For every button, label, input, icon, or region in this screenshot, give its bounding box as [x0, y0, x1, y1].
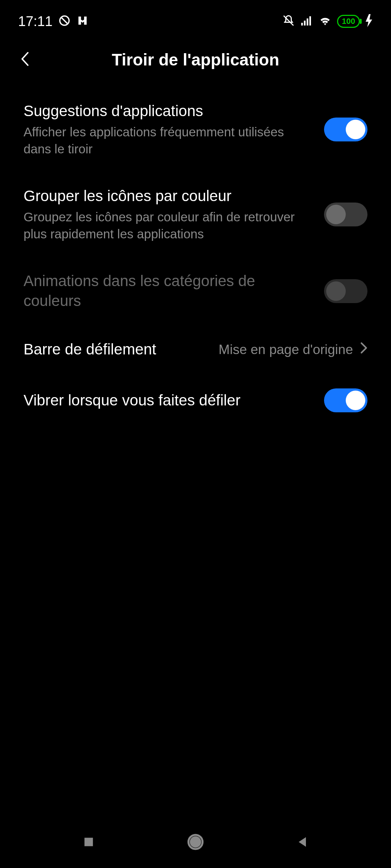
setting-title: Barre de défilement: [24, 340, 208, 359]
svg-rect-4: [304, 21, 306, 26]
svg-rect-3: [301, 23, 303, 26]
svg-line-1: [62, 18, 68, 24]
nav-back-icon[interactable]: [295, 835, 310, 851]
nav-recent-icon[interactable]: [81, 835, 96, 851]
setting-animations: Animations dans les catégories de couleu…: [24, 257, 367, 325]
setting-title: Grouper les icônes par couleur: [24, 186, 313, 206]
settings-list: Suggestions d'applications Afficher les …: [0, 87, 391, 427]
setting-subtitle: Afficher les applications fréquemment ut…: [24, 123, 313, 158]
status-left: 17:11: [18, 14, 89, 29]
setting-text: Suggestions d'applications Afficher les …: [24, 101, 313, 157]
setting-text: Grouper les icônes par couleur Groupez l…: [24, 186, 313, 242]
setting-group-by-color[interactable]: Grouper les icônes par couleur Groupez l…: [24, 172, 367, 257]
svg-line-2: [284, 16, 294, 26]
app-icon: [76, 14, 89, 28]
signal-icon: [300, 14, 313, 29]
status-bar: 17:11 100: [0, 0, 391, 33]
setting-suggestions[interactable]: Suggestions d'applications Afficher les …: [24, 87, 367, 172]
toggle-knob: [346, 391, 365, 410]
setting-text: Barre de défilement: [24, 340, 208, 359]
toggle-animations: [324, 279, 367, 303]
setting-vibrate[interactable]: Vibrer lorsque vous faites défiler: [24, 374, 367, 427]
status-time: 17:11: [18, 14, 52, 29]
charging-icon: [365, 14, 373, 29]
setting-scrollbar[interactable]: Barre de défilement Mise en page d'origi…: [24, 325, 367, 374]
setting-value: Mise en page d'origine: [219, 342, 353, 357]
toggle-knob: [346, 120, 365, 139]
battery-indicator: 100: [337, 15, 360, 28]
page-title: Tiroir de l'application: [16, 50, 375, 69]
setting-title: Vibrer lorsque vous faites défiler: [24, 391, 313, 410]
toggle-group-by-color[interactable]: [324, 203, 367, 226]
toggle-vibrate[interactable]: [324, 388, 367, 412]
chevron-right-icon: [360, 342, 367, 357]
battery-level: 100: [342, 17, 355, 26]
setting-text: Vibrer lorsque vous faites défiler: [24, 391, 313, 410]
status-right: 100: [282, 14, 373, 29]
wifi-icon: [318, 14, 332, 29]
sync-icon: [58, 14, 71, 28]
mute-icon: [282, 14, 295, 29]
toggle-knob: [326, 281, 346, 301]
svg-rect-7: [84, 838, 93, 846]
setting-text: Animations dans les catégories de couleu…: [24, 271, 313, 311]
svg-rect-6: [310, 16, 311, 26]
toggle-knob: [326, 205, 346, 224]
setting-title: Animations dans les catégories de couleu…: [24, 271, 313, 311]
nav-home-icon[interactable]: [186, 833, 205, 853]
nav-bar: [0, 817, 391, 868]
setting-subtitle: Groupez les icônes par couleur afin de r…: [24, 208, 313, 243]
header: Tiroir de l'application: [0, 33, 391, 87]
setting-title: Suggestions d'applications: [24, 101, 313, 121]
back-icon[interactable]: [20, 51, 30, 68]
svg-point-9: [191, 837, 200, 847]
setting-value-wrap: Mise en page d'origine: [219, 342, 367, 357]
svg-rect-5: [307, 18, 308, 26]
toggle-suggestions[interactable]: [324, 118, 367, 141]
